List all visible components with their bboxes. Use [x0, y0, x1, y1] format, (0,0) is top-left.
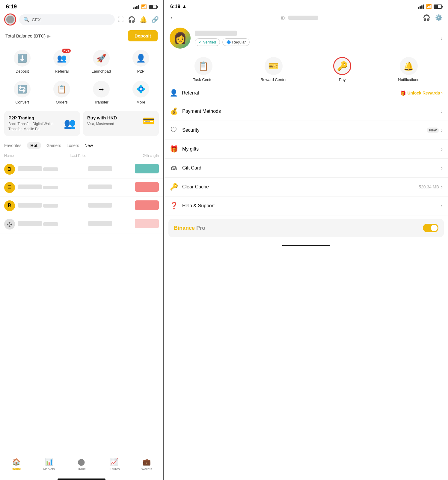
action-launchpad[interactable]: 🚀 Launchpad: [82, 47, 120, 76]
col-change: 24h chg%: [143, 154, 159, 158]
search-input[interactable]: [32, 17, 111, 22]
clear-cache-right: 520.34 MB ›: [419, 184, 443, 190]
tab-losers[interactable]: Losers: [67, 142, 79, 149]
right-status-bar: 6:19 ▲ 📶: [164, 0, 448, 12]
action-referral[interactable]: 👥 HOT Referral: [43, 47, 81, 76]
table-row[interactable]: Ξ: [0, 178, 163, 197]
table-row[interactable]: ◎: [0, 215, 163, 233]
deposit-button[interactable]: Deposit: [128, 30, 158, 41]
tab-hot[interactable]: Hot: [27, 142, 41, 149]
expand-icon[interactable]: ⛶: [118, 16, 124, 23]
menu-clear-cache[interactable]: 🔑 Clear Cache 520.34 MB ›: [164, 178, 448, 196]
promo-p2p-sub: Bank Transfer, Digital Wallet Transfer, …: [8, 122, 64, 132]
promo-p2p-icon: 👥: [64, 118, 76, 129]
deposit-label: Deposit: [16, 69, 29, 74]
feature-notifications[interactable]: 🔔 Notifications: [398, 57, 419, 82]
more-icon-wrap: 💠: [132, 81, 149, 98]
change-badge-2: [135, 182, 159, 192]
search-bar[interactable]: 🔍: [19, 14, 115, 25]
headset-icon-right[interactable]: 🎧: [423, 14, 430, 21]
price-col-4: [68, 221, 132, 227]
back-button[interactable]: ←: [170, 14, 176, 22]
price-2: [88, 184, 112, 189]
coin-icon-2: Ξ: [4, 182, 15, 193]
home-icon: 🏠: [12, 458, 20, 466]
user-id-row: ID:: [179, 15, 420, 20]
pro-text: Pro: [195, 225, 205, 231]
promo-p2p-trading[interactable]: P2P Trading Bank Transfer, Digital Walle…: [4, 111, 80, 136]
nav-trade[interactable]: ⬤ Trade: [65, 458, 98, 471]
reward-center-label: Reward Center: [260, 77, 286, 82]
referral-row[interactable]: 👤 Referral 🎁 Unlock Rewards ›: [164, 84, 448, 102]
tab-new[interactable]: New: [85, 142, 93, 149]
table-row[interactable]: B: [0, 197, 163, 215]
change-col-1: [132, 164, 159, 175]
scan-icon[interactable]: 🔗: [151, 16, 159, 23]
balance-label: Total Balance (BTC) ▶: [5, 33, 51, 38]
wallets-icon: 💼: [143, 458, 151, 466]
settings-icon[interactable]: ⚙️: [435, 14, 443, 21]
payment-methods-right: ›: [441, 108, 443, 115]
clear-cache-label: Clear Cache: [182, 184, 419, 190]
tab-favorites[interactable]: Favorites: [4, 142, 22, 149]
tab-gainers[interactable]: Gainers: [46, 142, 61, 149]
security-chevron: ›: [441, 127, 443, 134]
menu-payment-methods[interactable]: 💰 Payment Methods ›: [164, 102, 448, 121]
home-label: Home: [12, 467, 21, 471]
task-center-icon-wrap: 📋: [194, 57, 212, 75]
payment-methods-chevron: ›: [441, 108, 443, 115]
referral-row-icon: 👤: [170, 89, 178, 97]
markets-icon: 📊: [45, 458, 53, 466]
action-transfer[interactable]: ↔️ Transfer: [82, 78, 120, 107]
my-gifts-chevron: ›: [441, 146, 443, 152]
action-deposit[interactable]: ⬇️ Deposit: [3, 47, 41, 76]
nav-home[interactable]: 🏠 Home: [0, 458, 33, 471]
headset-icon[interactable]: 🎧: [128, 16, 135, 23]
more-icon: 💠: [136, 85, 146, 94]
avatar-button[interactable]: [4, 14, 16, 26]
help-support-right: ›: [441, 203, 443, 209]
action-p2p[interactable]: 👤 P2P: [122, 47, 160, 76]
action-more[interactable]: 💠 More: [122, 78, 160, 107]
nav-futures[interactable]: 📈 Futures: [98, 458, 130, 471]
menu-security[interactable]: 🛡 Security New ›: [164, 121, 448, 140]
clear-cache-icon: 🔑: [170, 183, 178, 191]
feature-reward-center[interactable]: 🎫 Reward Center: [260, 57, 286, 82]
gift-card-label: Gift Card: [182, 165, 441, 171]
security-label: Security: [182, 128, 427, 133]
feature-pay[interactable]: 🔑 Pay: [333, 57, 351, 82]
bottom-nav: 🏠 Home 📊 Markets ⬤ Trade 📈 Futures 💼 Wal…: [0, 455, 163, 477]
p2p-icon: 👤: [136, 54, 146, 63]
coin-name-2: [18, 184, 42, 189]
trade-label: Trade: [77, 467, 86, 471]
feature-task-center[interactable]: 📋 Task Center: [193, 57, 214, 82]
menu-my-gifts[interactable]: 🎁 My gifts ›: [164, 140, 448, 159]
menu-gift-card[interactable]: 🎟 Gift Card ›: [164, 159, 448, 178]
coin-icon-1: ₿: [4, 164, 15, 175]
my-gifts-right: ›: [441, 146, 443, 152]
menu-help-support[interactable]: ❓ Help & Support ›: [164, 196, 448, 215]
nav-wallets[interactable]: 💼 Wallets: [130, 458, 163, 471]
profile-section[interactable]: 👩 ✓ Verified 🔷 Regular ›: [164, 25, 448, 53]
futures-icon: 📈: [110, 458, 118, 466]
market-table-header: Name Last Price 24h chg%: [0, 151, 163, 160]
markets-label: Markets: [43, 467, 55, 471]
promo-buy-hkd[interactable]: Buy with HKD Visa, Mastercard 💳: [83, 111, 159, 136]
nav-markets[interactable]: 📊 Markets: [33, 458, 65, 471]
action-convert[interactable]: 🔄 Convert: [3, 78, 41, 107]
left-panel: 6:19 📶 🔍 ⛶ 🎧 🔔 🔗: [0, 0, 164, 480]
change-col-4: [132, 219, 159, 230]
launchpad-icon-wrap: 🚀: [93, 50, 110, 67]
user-id-blur: [288, 16, 318, 20]
p2p-icon-wrap: 👤: [132, 50, 149, 67]
coin-sub-2: [43, 186, 58, 189]
binance-pro-toggle[interactable]: [423, 224, 438, 232]
change-badge-1: [135, 164, 159, 173]
bell-icon[interactable]: 🔔: [140, 16, 147, 23]
trade-icon: ⬤: [78, 458, 85, 466]
quick-actions-grid: ⬇️ Deposit 👥 HOT Referral 🚀 Launchpad 👤 …: [0, 45, 163, 109]
action-orders[interactable]: 📋 Orders: [43, 78, 81, 107]
profile-avatar: 👩: [170, 28, 191, 49]
table-row[interactable]: ₿: [0, 160, 163, 178]
change-col-3: [132, 200, 159, 211]
